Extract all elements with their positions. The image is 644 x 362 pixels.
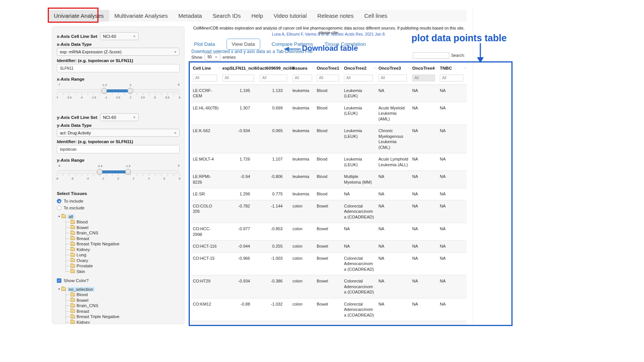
tree-item-bowel[interactable]: Bowel	[64, 225, 180, 231]
table-row-co-hct-15[interactable]: CO:HCT-15-0.966-1.003colonBowelColorecta…	[191, 252, 467, 275]
tree-item-kidney[interactable]: Kidney	[64, 247, 180, 253]
x-axis-range-slider[interactable]: -7 8 -1.2 2 -7-5.5-4-2.5-10.523.556.58	[57, 83, 180, 103]
table-row-co-ht29[interactable]: CO:HT29-0.934-0.386colonBowelColorectal …	[191, 275, 467, 298]
y-axis-cell-line-set-select[interactable]: NCI-60 ∨	[100, 113, 139, 121]
column-header-oncotree1[interactable]: OncoTree1↑↓	[315, 63, 342, 73]
x-identifier-input[interactable]	[57, 64, 180, 72]
column-label: TNBC	[440, 66, 452, 70]
nav-item-release-notes[interactable]: Release notes	[312, 10, 359, 22]
sort-icon[interactable]: ↑↓	[435, 66, 438, 70]
table-row-co-colo-205[interactable]: CO:COLO 205-0.782-1.144colonBowelColorec…	[191, 200, 467, 223]
column-filter-input-expslfn11-nci60[interactable]	[222, 75, 254, 81]
tab-plot-data[interactable]: Plot Data	[194, 41, 215, 47]
column-filter-input-act609699-nci60[interactable]	[260, 75, 287, 81]
tree-item-skin[interactable]: Skin	[64, 269, 180, 275]
column-header-expslfn11-nci60[interactable]: expSLFN11_nci60↑↓	[221, 63, 258, 73]
table-row-le-rpmi-8226[interactable]: LE:RPMI-8226-0.94-0.806leukemiaBloodMult…	[191, 171, 467, 188]
table-row-le-sr[interactable]: LE:SR1.2960.775leukemiaBloodNANANANA	[191, 188, 467, 200]
tree-item-kidney[interactable]: Kidney	[64, 320, 180, 325]
radio-to-include[interactable]: To include	[57, 198, 180, 204]
y-axis-data-type-select[interactable]: act: Drug Activity ∨	[57, 129, 180, 137]
slider-low-handle[interactable]: -2.4	[97, 169, 103, 175]
slider-high-handle[interactable]: 1.3	[125, 169, 131, 175]
tree-item-breast[interactable]: Breast	[64, 236, 180, 242]
tree-item-blood[interactable]: Blood	[64, 219, 180, 225]
radio-to-exclude[interactable]: To exclude	[57, 204, 180, 211]
table-row-le-molt-4[interactable]: LE:MOLT-41.7261.107leukemiaBloodLeukemia…	[191, 153, 467, 171]
nav-item-video-tutorial[interactable]: Video tutorial	[268, 10, 312, 22]
tree-item-bowel[interactable]: Bowel	[64, 298, 180, 303]
nav-item-search-ids[interactable]: Search IDs	[207, 10, 246, 22]
nav-item-help[interactable]: Help	[246, 10, 268, 22]
tree-item-ovary[interactable]: Ovary	[64, 258, 180, 264]
column-header-tissues[interactable]: tissues↑↓	[291, 63, 315, 73]
folder-icon	[70, 309, 75, 313]
table-row-le-ccrf-cem[interactable]: LE:CCRF-CEM1.1951.133leukemiaBloodLeukem…	[191, 84, 467, 102]
sort-icon[interactable]: ↑↓	[218, 66, 220, 70]
table-row-co-sw-620[interactable]: CO:SW-620-1.0290.238colonBowelColorectal…	[191, 321, 467, 325]
cell: NA	[377, 298, 411, 321]
sort-icon[interactable]: ↑↓	[288, 66, 290, 70]
cell: NA	[438, 240, 467, 253]
sort-icon[interactable]: ↑↓	[464, 66, 466, 70]
column-header-act609699-nci60[interactable]: act609699_nci60↑↓	[258, 63, 291, 73]
tab-view-data[interactable]: View Data	[227, 39, 260, 50]
column-filter-input-cell-line[interactable]	[193, 75, 217, 81]
nav-item-metadata[interactable]: Metadata	[173, 10, 208, 22]
folder-icon	[70, 320, 75, 324]
column-filter-input-oncotree2[interactable]	[344, 75, 373, 81]
tree-expand-icon[interactable]: ▾	[58, 215, 60, 218]
show-color-row[interactable]: ✓ Show Color?	[57, 277, 180, 284]
y-axis-range-slider[interactable]: -8 8 -2.4 1.3 -8-6-4-202468	[57, 164, 180, 184]
slider-high-handle[interactable]: 2	[128, 88, 133, 94]
sort-icon[interactable]: ↑↓	[255, 66, 258, 70]
column-filter-input-tissues[interactable]	[292, 75, 312, 81]
table-row-le-hl-60-tb[interactable]: LE:HL-60(TB)1.3070.699leukemiaBloodLeuke…	[191, 102, 467, 125]
tree-root-all[interactable]: ▾all	[58, 214, 180, 219]
tree-item-breast[interactable]: Breast	[64, 309, 180, 314]
radio-selected-icon[interactable]	[57, 199, 61, 203]
show-color-checkbox[interactable]: ✓	[57, 278, 61, 283]
x-axis-cell-line-set-select[interactable]: NCI-60 ∨	[100, 32, 139, 40]
tree-item-breast-triple-negative[interactable]: Breast Triple Negative	[64, 241, 180, 247]
column-filter-input-oncotree1[interactable]	[317, 75, 339, 81]
tree-item-prostate[interactable]: Prostate	[64, 263, 180, 269]
column-header-oncotree3[interactable]: OncoTree3↑↓	[377, 63, 411, 73]
slider-selected-range[interactable]	[100, 170, 128, 173]
tree-item-brain-cns[interactable]: Brain_CNS	[64, 303, 180, 309]
column-header-tnbc[interactable]: TNBC↑↓	[438, 63, 467, 73]
table-row-co-km12[interactable]: CO:KM12-0.88-1.032colonBowelColorectal A…	[191, 298, 467, 321]
sort-icon[interactable]: ↑↓	[312, 66, 314, 70]
radio-unselected-icon[interactable]	[57, 206, 61, 210]
tree-item-breast-triple-negative[interactable]: Breast Triple Negative	[64, 314, 180, 320]
slider-low-handle[interactable]: -1.2	[102, 88, 107, 94]
y-identifier-input[interactable]	[57, 145, 180, 153]
nav-item-multivariate-analyses[interactable]: Multivariate Analyses	[109, 10, 173, 22]
cell: NA	[411, 188, 438, 200]
table-row-le-k-562[interactable]: LE:K-562-0.9340.065leukemiaBloodLeukemia…	[191, 125, 467, 153]
tree-item-lung[interactable]: Lung	[64, 252, 180, 258]
x-axis-data-type-select[interactable]: exp: mRNA Expression (Z-Score) ∨	[57, 48, 180, 56]
column-header-oncotree4[interactable]: OncoTree4↑↓	[411, 63, 438, 73]
sort-icon[interactable]: ↑↓	[408, 66, 410, 70]
column-header-oncotree2[interactable]: OncoTree2↑↓	[342, 63, 377, 73]
search-input[interactable]	[413, 52, 449, 59]
tree-expand-icon[interactable]: ▾	[58, 287, 60, 291]
nav-item-univariate-analyses[interactable]: Univariate Analyses	[48, 10, 109, 22]
table-row-co-hct-116[interactable]: CO:HCT-116-0.9440.255colonBowelNANANANA	[191, 240, 467, 253]
sort-icon[interactable]: ↑↓	[374, 66, 376, 70]
tree-item-brain-cns[interactable]: Brain_CNS	[64, 230, 180, 236]
column-filter-input-oncotree3[interactable]	[378, 75, 407, 81]
entries-select[interactable]: 50 ∨	[205, 53, 220, 61]
sort-icon[interactable]: ↑↓	[339, 66, 342, 70]
column-filter-input-tnbc[interactable]	[440, 75, 463, 81]
column-header-cell-line[interactable]: Cell Line↑↓	[191, 63, 221, 73]
slider-selected-range[interactable]	[104, 89, 130, 92]
y-axis-data-type-label: y-Axis Data Type	[57, 123, 180, 128]
nav-item-cell-lines[interactable]: Cell lines	[359, 10, 392, 22]
tree-item-blood[interactable]: Blood	[64, 292, 180, 298]
cell: Leukemia (LEUK)	[342, 125, 377, 153]
column-filter-input-oncotree4[interactable]	[412, 75, 435, 81]
tree-root-no-selection[interactable]: ▾no_selection	[58, 286, 180, 292]
table-row-co-hcc-2998[interactable]: CO:HCC-2998-0.977-0.853colonBowelNANANAN…	[191, 223, 467, 240]
